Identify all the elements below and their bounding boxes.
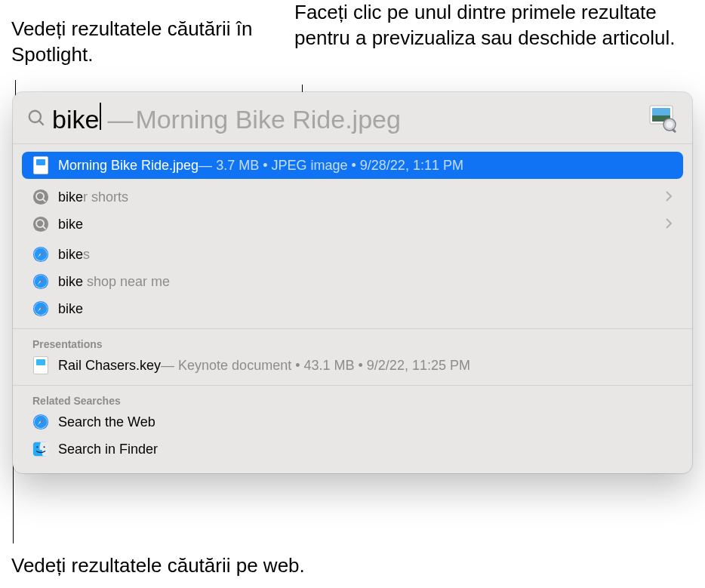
safari-icon bbox=[32, 300, 49, 317]
svg-point-38 bbox=[43, 446, 45, 448]
search-finder-row[interactable]: Search in Finder bbox=[22, 436, 683, 463]
keynote-file-icon bbox=[32, 357, 49, 374]
svg-point-37 bbox=[36, 446, 38, 448]
search-input[interactable]: bike— Morning Bike Ride.jpeg bbox=[52, 101, 648, 134]
search-icon bbox=[26, 108, 46, 128]
svg-point-8 bbox=[33, 189, 48, 205]
spotlight-window: bike— Morning Bike Ride.jpeg Morning Bik… bbox=[13, 92, 692, 473]
safari-icon bbox=[32, 246, 49, 263]
presentation-row[interactable]: Rail Chasers.key — Keynote document • 43… bbox=[22, 352, 683, 379]
svg-point-0 bbox=[29, 111, 41, 122]
web-suggestion-row[interactable]: bike bbox=[22, 295, 683, 322]
callout-web-results: Vedeți rezultatele căutării pe web. bbox=[11, 553, 434, 579]
top-hit-row[interactable]: Morning Bike Ride.jpeg — 3.7 MB • JPEG i… bbox=[22, 152, 683, 179]
svg-point-11 bbox=[33, 217, 48, 232]
finder-icon bbox=[32, 441, 49, 457]
svg-point-6 bbox=[667, 122, 673, 128]
callout-spotlight-results: Vedeți rezultatele căutării în Spotlight… bbox=[11, 17, 260, 68]
preview-app-icon bbox=[648, 103, 679, 133]
svg-line-1 bbox=[39, 121, 44, 125]
safari-icon bbox=[32, 273, 49, 290]
jpeg-file-icon bbox=[32, 157, 49, 174]
section-header-related: Related Searches bbox=[13, 389, 692, 408]
chevron-right-icon bbox=[666, 189, 673, 205]
safari-icon bbox=[32, 414, 49, 430]
search-bar[interactable]: bike— Morning Bike Ride.jpeg bbox=[13, 92, 692, 144]
section-header-presentations: Presentations bbox=[13, 332, 692, 352]
search-web-row[interactable]: Search the Web bbox=[22, 408, 683, 436]
magnifier-icon bbox=[32, 216, 49, 232]
suggestion-row[interactable]: bike bbox=[22, 211, 683, 238]
callout-preview-click: Faceți clic pe unul dintre primele rezul… bbox=[294, 0, 687, 51]
web-suggestion-row[interactable]: bikes bbox=[22, 241, 683, 268]
suggestion-row[interactable]: biker shorts bbox=[22, 183, 683, 211]
chevron-right-icon bbox=[666, 217, 673, 232]
magnifier-icon bbox=[32, 189, 49, 205]
web-suggestion-row[interactable]: bike shop near me bbox=[22, 268, 683, 295]
